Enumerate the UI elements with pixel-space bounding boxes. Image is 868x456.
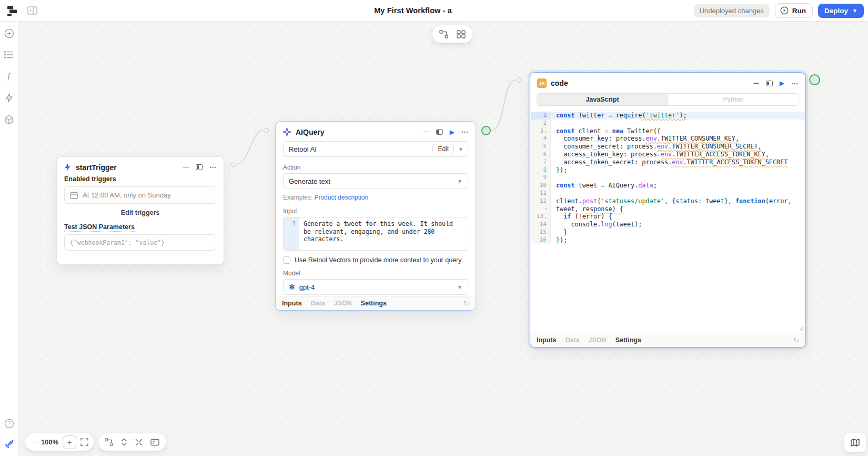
panel-expand-icon: [196, 164, 203, 170]
svg-text:?: ?: [7, 421, 11, 427]
list-view-button[interactable]: [457, 30, 466, 38]
tab-inputs[interactable]: Inputs: [537, 336, 557, 344]
collapse-all-button[interactable]: [135, 439, 143, 446]
rocket-icon: [4, 439, 14, 450]
sync-icon[interactable]: ↻: [463, 300, 469, 308]
collapse-node-button[interactable]: [183, 167, 189, 168]
help-button[interactable]: ?: [4, 418, 14, 429]
node-title: code: [551, 79, 749, 87]
prompt-input-editor[interactable]: 1 Generate a tweet for this week. It sho…: [283, 217, 468, 251]
fullscreen-icon: [80, 438, 88, 446]
tab-json[interactable]: JSON: [334, 300, 352, 307]
functions-button[interactable]: ƒ: [4, 71, 14, 82]
toggle-left-panel-button[interactable]: [26, 5, 38, 16]
expand-panel-button[interactable]: [766, 81, 773, 86]
examples-label: Examples:: [283, 194, 312, 201]
code-input-handle[interactable]: [517, 77, 522, 83]
vectors-checkbox-row[interactable]: Use Retool Vectors to provide more conte…: [283, 256, 468, 264]
tab-json[interactable]: JSON: [589, 336, 607, 344]
prompt-line-number: 1: [284, 217, 299, 250]
list-icon: [4, 51, 14, 59]
node-title: startTrigger: [76, 163, 179, 172]
run-node-button[interactable]: ▶: [450, 129, 455, 135]
onboarding-button[interactable]: [4, 439, 14, 450]
node-code[interactable]: JS code ▶ ⋯ JavaScript Python 1const Twi…: [530, 72, 806, 348]
action-select[interactable]: Generate text ▼: [283, 173, 468, 189]
model-value: gpt-4: [299, 283, 457, 291]
node-start-trigger[interactable]: startTrigger ⋯ Enabled triggers At 12:00…: [56, 156, 224, 265]
zoom-out-button[interactable]: [31, 442, 37, 443]
expand-all-button[interactable]: [121, 438, 127, 446]
node-ai-query[interactable]: AIQuery ▶ ⋯ Retool AI Edit ▼ Action Gene…: [275, 121, 476, 311]
collapse-icon: [135, 439, 143, 446]
workflow-title: My First Workflow - a: [158, 6, 668, 15]
tab-python[interactable]: Python: [668, 94, 799, 105]
minus-icon: [183, 167, 189, 168]
code-editor[interactable]: 1const Twitter = require('twitter');23⌄c…: [531, 108, 805, 333]
prompt-input-value[interactable]: Generate a tweet for this week. It shoul…: [299, 217, 468, 250]
tab-settings[interactable]: Settings: [361, 300, 387, 307]
code-lines: 1const Twitter = require('twitter');23⌄c…: [531, 108, 805, 244]
code-output-handle[interactable]: [809, 74, 820, 85]
resize-handle[interactable]: [798, 325, 804, 331]
expand-panel-button[interactable]: [196, 164, 203, 170]
workflow-canvas[interactable]: startTrigger ⋯ Enabled triggers At 12:00…: [18, 22, 868, 456]
reorganize-button[interactable]: [105, 438, 113, 446]
trigger-lightning-icon: [64, 163, 72, 172]
minimap-toggle-button[interactable]: [844, 433, 866, 452]
zoom-toolbar: 100% +: [25, 433, 94, 451]
expand-panel-button[interactable]: [436, 129, 443, 135]
blocks-list-button[interactable]: [4, 49, 14, 60]
model-select[interactable]: ✻ gpt-4 ▼: [283, 279, 468, 295]
tab-inputs[interactable]: Inputs: [282, 300, 302, 307]
ai-query-input-handle[interactable]: [264, 128, 269, 133]
examples-row: Examples: Product description: [283, 194, 468, 201]
help-icon: ?: [4, 419, 14, 429]
sync-icon[interactable]: ↻: [793, 336, 799, 344]
run-button[interactable]: Run: [775, 3, 813, 18]
node-menu-button[interactable]: ⋯: [461, 128, 469, 135]
collapse-node-button[interactable]: [423, 132, 429, 133]
edit-resource-button[interactable]: Edit: [432, 144, 454, 154]
node-menu-button[interactable]: ⋯: [791, 80, 799, 87]
retool-logo[interactable]: [5, 4, 19, 17]
triggers-button[interactable]: [4, 93, 14, 103]
collapse-node-button[interactable]: [753, 83, 759, 84]
vectors-checkbox[interactable]: [283, 256, 290, 264]
edit-triggers-link[interactable]: Edit triggers: [57, 209, 224, 216]
resource-select[interactable]: Retool AI Edit ▼: [283, 141, 468, 157]
chevron-down-icon: ▼: [458, 146, 463, 152]
run-node-button[interactable]: ▶: [780, 80, 784, 86]
start-trigger-output-handle[interactable]: [231, 162, 236, 167]
tab-data[interactable]: Data: [311, 300, 325, 307]
example-product-description-link[interactable]: Product description: [314, 194, 368, 201]
javascript-badge-icon: JS: [537, 78, 547, 88]
test-json-parameters-input[interactable]: {"webhookParam1": "value"}: [64, 234, 216, 251]
tab-data[interactable]: Data: [566, 336, 580, 344]
tab-settings[interactable]: Settings: [615, 336, 641, 344]
fit-to-screen-button[interactable]: [80, 438, 88, 446]
tab-javascript[interactable]: JavaScript: [537, 94, 668, 105]
ellipsis-icon: ⋯: [791, 80, 799, 87]
minus-icon: [423, 132, 429, 133]
rename-panel-button[interactable]: [150, 439, 159, 446]
trigger-schedule-field[interactable]: At 12:00 AM, only on Sunday: [64, 186, 216, 204]
code-footer: Inputs Data JSON Settings ↻: [530, 333, 805, 347]
svg-text:JS: JS: [539, 81, 544, 86]
input-label: Input: [283, 207, 468, 215]
blocks-outline-icon: [457, 30, 466, 38]
action-value: Generate text: [289, 177, 457, 185]
resources-button[interactable]: [4, 114, 14, 125]
deploy-button-label: Deploy: [824, 7, 848, 15]
ai-query-output-handle[interactable]: [481, 126, 491, 135]
chevron-down-icon: ▼: [457, 179, 462, 184]
deploy-chevron-icon: ▼: [852, 8, 857, 14]
node-menu-button[interactable]: ⋯: [209, 164, 217, 171]
deploy-button[interactable]: Deploy ▼: [818, 4, 864, 18]
resource-value: Retool AI: [289, 145, 432, 153]
zoom-in-button[interactable]: +: [63, 435, 76, 449]
top-bar: My First Workflow - a Undeployed changes…: [0, 0, 868, 22]
org-chart-icon: [105, 438, 113, 446]
add-block-button[interactable]: [4, 28, 14, 38]
auto-layout-button[interactable]: [439, 30, 448, 38]
